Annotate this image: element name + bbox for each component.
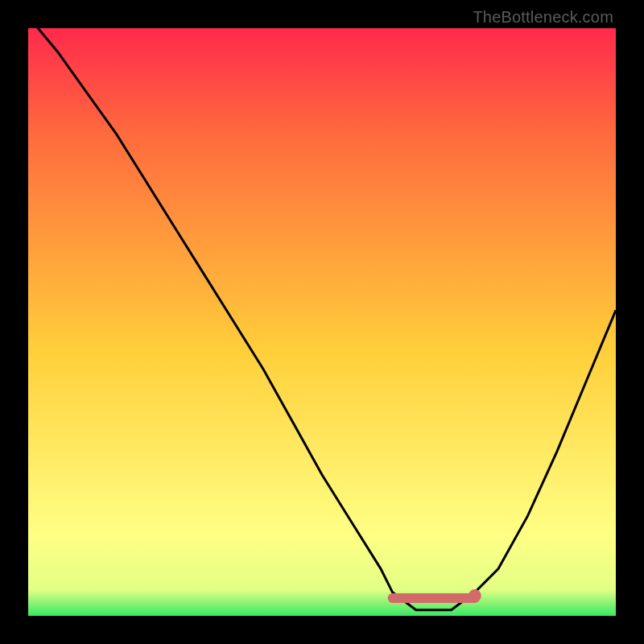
gradient-background xyxy=(28,28,616,616)
attribution-text: TheBottleneck.com xyxy=(473,8,613,27)
optimal-band-end-dot xyxy=(469,589,481,602)
chart-plot-area xyxy=(28,28,616,616)
chart-svg xyxy=(28,28,616,616)
